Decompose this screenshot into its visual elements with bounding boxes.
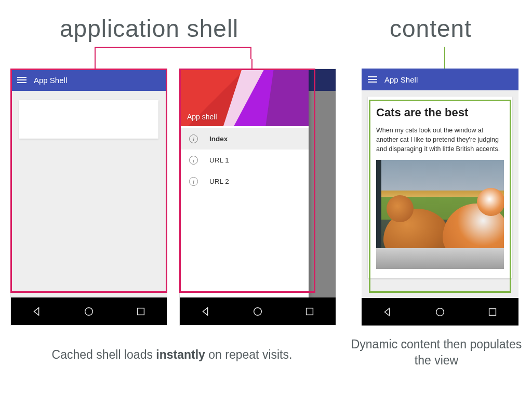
content-body: When my cats look out the window at anot…: [376, 126, 504, 154]
android-nav-bar: [180, 297, 336, 325]
nav-drawer: App shell i Index i URL 1 i URL 2: [180, 69, 309, 297]
caption-content: Dynamic content then populates the view: [348, 336, 525, 369]
nav-back-icon[interactable]: [31, 306, 43, 317]
svg-rect-3: [307, 308, 313, 315]
svg-point-0: [85, 307, 93, 315]
hamburger-icon[interactable]: [368, 76, 377, 83]
drawer-item-label: URL 1: [209, 156, 229, 164]
caption-shell: Cached shell loads instantly on repeat v…: [19, 347, 325, 363]
phone-mock-shell-empty: App Shell: [10, 69, 167, 326]
drawer-item-label: URL 2: [209, 178, 229, 185]
content-title: Cats are the best: [376, 106, 504, 119]
nav-recent-icon[interactable]: [487, 306, 498, 318]
app-bar-title: App Shell: [384, 75, 418, 84]
phone-mock-content: App Shell Cats are the best When my cats…: [362, 69, 518, 326]
phone-screen: App Shell App shell i Index i: [180, 69, 336, 297]
drawer-header: App shell: [180, 69, 309, 126]
svg-rect-1: [138, 308, 144, 315]
shell-bracket-leg: [251, 59, 252, 69]
phone-screen: App Shell: [11, 69, 167, 297]
nav-recent-icon[interactable]: [304, 306, 315, 317]
phone-mock-shell-drawer: App Shell App shell i Index i: [179, 69, 336, 326]
app-bar: App Shell: [11, 69, 167, 91]
drawer-list: i Index i URL 1 i URL 2: [180, 126, 309, 194]
empty-content-card: [19, 100, 158, 139]
app-bar: App Shell: [362, 69, 518, 90]
nav-back-icon[interactable]: [200, 306, 211, 317]
nav-home-icon[interactable]: [434, 306, 446, 318]
info-icon: i: [189, 156, 198, 165]
svg-point-2: [254, 307, 262, 315]
drawer-item-url2[interactable]: i URL 2: [180, 171, 309, 192]
android-nav-bar: [362, 298, 518, 326]
shell-bracket: [95, 47, 251, 59]
diagram-stage: application shell content App Shell App …: [0, 0, 532, 393]
caption-shell-bold: instantly: [156, 348, 205, 361]
caption-shell-post: on repeat visits.: [205, 348, 292, 361]
nav-home-icon[interactable]: [252, 306, 263, 317]
svg-point-4: [436, 308, 444, 316]
heading-content: content: [390, 15, 472, 43]
nav-home-icon[interactable]: [83, 306, 95, 317]
android-nav-bar: [11, 297, 167, 325]
nav-back-icon[interactable]: [382, 306, 393, 318]
phone-screen: App Shell Cats are the best When my cats…: [362, 69, 518, 298]
drawer-header-title: App shell: [187, 113, 217, 121]
hamburger-icon[interactable]: [17, 77, 26, 83]
drawer-item-url1[interactable]: i URL 1: [180, 150, 309, 171]
content-image-cats: [376, 160, 504, 269]
svg-rect-5: [489, 308, 496, 315]
app-bar-title: App Shell: [34, 76, 67, 85]
heading-application-shell: application shell: [60, 15, 238, 43]
nav-recent-icon[interactable]: [135, 306, 147, 317]
drawer-item-label: Index: [209, 135, 228, 143]
drawer-item-index[interactable]: i Index: [180, 128, 309, 150]
content-card: Cats are the best When my cats look out …: [368, 97, 512, 278]
shell-bracket-leg: [95, 59, 96, 69]
caption-shell-pre: Cached shell loads: [52, 348, 156, 361]
info-icon: i: [189, 134, 198, 143]
info-icon: i: [189, 177, 198, 186]
